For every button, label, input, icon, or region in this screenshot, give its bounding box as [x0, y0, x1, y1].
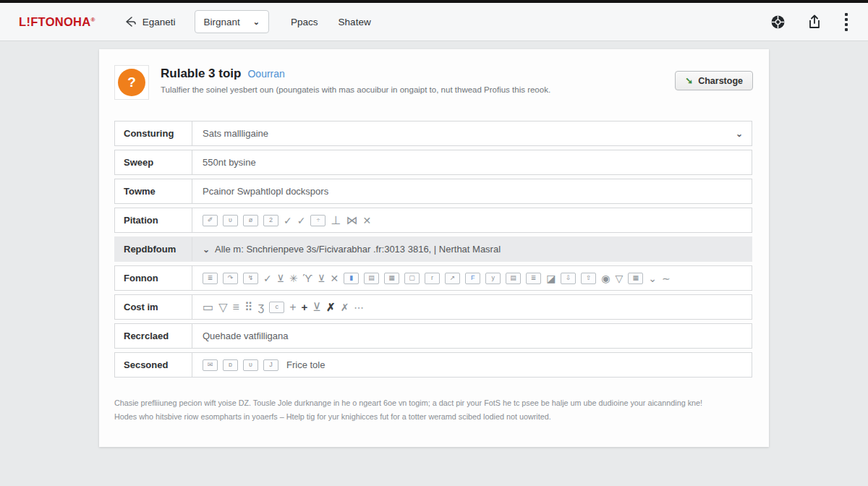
- back-button[interactable]: Eganeti: [124, 16, 176, 27]
- close-icon[interactable]: ✕: [362, 216, 371, 226]
- brand-trademark: ®: [91, 16, 95, 22]
- chevron-down-icon[interactable]: ⌄: [648, 273, 657, 284]
- plus-icon[interactable]: +: [289, 302, 296, 313]
- more-icon[interactable]: ⋯: [354, 302, 364, 312]
- title-link[interactable]: Oourran: [247, 68, 284, 80]
- form-row: Secsoned✉ɒʋJFrice tole: [114, 352, 752, 378]
- flip-horizontal-icon[interactable]: ⋈: [346, 215, 357, 226]
- avatar: ?: [118, 69, 145, 96]
- globe-icon[interactable]: [770, 14, 786, 30]
- row-value[interactable]: ⌄Alle m: Snchrienpeve 3s/Ficivarabhar .f…: [192, 237, 752, 261]
- check-underline-icon[interactable]: ⊻: [318, 273, 325, 284]
- bracket-icon[interactable]: J: [263, 359, 278, 371]
- y-axis-icon[interactable]: y: [485, 273, 501, 284]
- check-underline-icon[interactable]: ⊻: [312, 302, 321, 313]
- card-icon[interactable]: ✉: [203, 359, 218, 371]
- sheet-icon[interactable]: ▦: [628, 273, 643, 284]
- topbar-dropdown[interactable]: Birgnant ⌄: [195, 10, 270, 33]
- overflow-menu-icon[interactable]: [843, 12, 849, 33]
- cross-icon[interactable]: ✗: [341, 302, 349, 312]
- dropdown-selected-value: Birgnant: [204, 17, 240, 27]
- rectangle-icon[interactable]: ▭: [203, 302, 213, 313]
- notes-icon[interactable]: ≣: [203, 273, 218, 284]
- empty-frame-icon[interactable]: ▢: [404, 273, 420, 284]
- target-icon[interactable]: ◉: [601, 273, 610, 284]
- share-icon[interactable]: [807, 14, 822, 30]
- row-label: Fonnon: [115, 266, 192, 290]
- card-icon[interactable]: ʋ: [223, 215, 238, 226]
- footer-line-1: Chasie prefliiuneg pecion wift yoise DZ.…: [114, 396, 752, 410]
- row-value[interactable]: Pcainor Swpahtlopl dockspors: [192, 179, 752, 203]
- check-icon[interactable]: ✓: [263, 273, 272, 284]
- flag-blue-icon[interactable]: F: [465, 273, 480, 284]
- card-icon[interactable]: ø: [243, 215, 258, 226]
- card-icon[interactable]: 2: [263, 215, 278, 226]
- check-icon[interactable]: ✓: [297, 216, 306, 226]
- align-icon[interactable]: ≡: [232, 302, 239, 313]
- row-label: Secsoned: [115, 353, 192, 377]
- icons-row-text: Frice tole: [286, 359, 325, 370]
- row-value[interactable]: 550nt bysine: [192, 150, 752, 174]
- cross-bold-icon[interactable]: ✗: [326, 302, 336, 312]
- list-icon[interactable]: ▤: [506, 273, 521, 284]
- card-icon[interactable]: ✐: [203, 215, 218, 226]
- row-label: Repdbfoum: [115, 237, 192, 261]
- form-row: ConsturingSats mallligaine⌄: [114, 121, 752, 146]
- grid-icon[interactable]: ▦: [384, 273, 399, 284]
- card-heading-block: Rulable 3 toip Oourran Tulalfier the soi…: [161, 65, 550, 100]
- text-value: 550nt bysine: [203, 157, 256, 168]
- footer-line-2: Hodes who hitsbive riow esompharts in yo…: [114, 410, 752, 424]
- download-icon[interactable]: ⇩: [561, 273, 576, 284]
- asterisk-icon[interactable]: ✳: [289, 273, 298, 284]
- back-arrow-icon: [124, 16, 137, 27]
- brush-icon[interactable]: ◪: [546, 273, 556, 284]
- baseline-icon[interactable]: ⊥: [331, 215, 341, 226]
- nav-item-shatew[interactable]: Shatew: [339, 17, 371, 27]
- brand-logo[interactable]: L!FTONOHA®: [19, 15, 95, 29]
- brand-logo-text: L!FTONOHA: [19, 15, 91, 28]
- dots-grid-icon[interactable]: ⠿: [244, 302, 253, 313]
- text-value: Quehade vatfilligana: [203, 331, 289, 341]
- divide-icon[interactable]: ÷: [310, 215, 326, 226]
- script-icon[interactable]: ʒ: [258, 302, 265, 313]
- form-row: RecrclaedQuehade vatfilligana: [114, 323, 752, 349]
- funnel-icon[interactable]: ▽: [616, 273, 624, 284]
- plus-bold-icon[interactable]: +: [302, 302, 308, 312]
- charstoge-button[interactable]: ➘ Charstoge: [675, 71, 753, 90]
- form-row: Repdbfoum⌄Alle m: Snchrienpeve 3s/Ficiva…: [114, 236, 752, 262]
- c-badge-icon[interactable]: c: [269, 302, 284, 313]
- table-icon[interactable]: ▤: [364, 273, 379, 284]
- lines-icon[interactable]: ≣: [526, 273, 541, 284]
- row-value: ✉ɒʋJFrice tole: [192, 353, 752, 377]
- row-label: Recrclaed: [115, 324, 192, 348]
- row-label: Towme: [115, 179, 192, 203]
- back-label: Eganeti: [142, 17, 176, 27]
- page-title: Rulable 3 toip: [161, 67, 241, 81]
- corner-icon[interactable]: г: [425, 273, 440, 284]
- chevron-down-icon: ⌄: [203, 244, 210, 255]
- nav-item-ppacs[interactable]: Ppacs: [291, 17, 318, 27]
- card-icon[interactable]: ʋ: [243, 359, 258, 371]
- row-value: ✐ʋø2✓✓÷⊥⋈✕: [192, 208, 752, 232]
- check-underline-icon[interactable]: ⊻: [277, 273, 284, 284]
- glyph-icon[interactable]: ϓ: [303, 273, 312, 284]
- row-value[interactable]: Sats mallligaine⌄: [192, 122, 752, 145]
- redo-icon[interactable]: ↷: [223, 273, 238, 284]
- card-icon[interactable]: ɒ: [223, 359, 238, 371]
- tilde-icon[interactable]: ∼: [662, 273, 671, 284]
- row-value[interactable]: Quehade vatfilligana: [192, 324, 752, 348]
- summary-text: Alle m: Snchrienpeve 3s/Ficivarabhar .fr…: [215, 244, 501, 255]
- form-rows: ConsturingSats mallligaine⌄Sweep550nt by…: [114, 121, 752, 378]
- trend-icon[interactable]: ↗: [445, 273, 460, 284]
- chevron-down-icon: ⌄: [253, 17, 260, 27]
- triangle-icon[interactable]: ▽: [218, 302, 227, 313]
- key-icon[interactable]: ↯: [243, 273, 258, 284]
- upload-icon[interactable]: ⇧: [581, 273, 596, 284]
- chevron-down-icon: ⌄: [736, 129, 743, 139]
- row-label: Pitation: [115, 208, 192, 232]
- close-icon[interactable]: ✕: [330, 273, 339, 284]
- column-blue-icon[interactable]: ▮: [344, 273, 359, 284]
- page-subtitle: Tulalfier the soinel yesbert oun (pounga…: [161, 85, 550, 94]
- check-icon[interactable]: ✓: [284, 216, 292, 226]
- card-header: ? Rulable 3 toip Oourran Tulalfier the s…: [99, 49, 769, 100]
